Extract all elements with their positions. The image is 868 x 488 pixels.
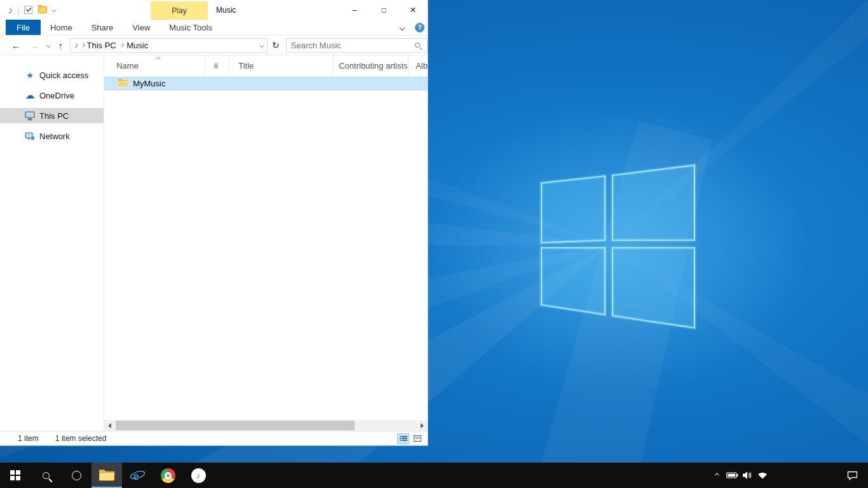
taskbar: e ♪ bbox=[0, 463, 868, 488]
internet-explorer-icon: e bbox=[129, 467, 146, 484]
file-row-mymusic[interactable]: MyMusic bbox=[104, 77, 428, 90]
sidebar-item-onedrive[interactable]: ☁ OneDrive bbox=[0, 88, 104, 103]
navigation-buttons: ← → ↑ bbox=[0, 41, 63, 50]
maximize-button[interactable]: □ bbox=[369, 0, 398, 20]
tab-view[interactable]: View bbox=[123, 20, 159, 35]
internet-explorer-button[interactable]: e bbox=[122, 463, 153, 488]
wifi-icon[interactable] bbox=[755, 463, 770, 488]
chrome-button[interactable] bbox=[153, 463, 183, 488]
contextual-tab-badge: Play bbox=[151, 1, 208, 20]
action-center-button[interactable] bbox=[836, 463, 868, 488]
cortana-icon bbox=[72, 471, 81, 480]
contextual-tab-label: Play bbox=[172, 6, 186, 15]
help-button[interactable]: ? bbox=[415, 23, 424, 32]
item-count: 1 item bbox=[18, 434, 39, 443]
music-note-icon: ♪ bbox=[8, 5, 13, 15]
window-title: Music bbox=[216, 0, 236, 20]
title-bar: ♪ | Play Music – □ × bbox=[0, 0, 428, 20]
minimize-button[interactable]: – bbox=[340, 0, 369, 20]
qat-dropdown-icon[interactable] bbox=[52, 8, 56, 11]
start-button[interactable] bbox=[0, 463, 31, 488]
search-input[interactable] bbox=[291, 41, 415, 50]
column-header-title[interactable]: Title bbox=[229, 55, 334, 74]
search-box bbox=[286, 38, 428, 53]
address-dropdown-icon[interactable] bbox=[260, 43, 264, 47]
ribbon-right-buttons: ? bbox=[397, 20, 424, 36]
selection-count: 1 item selected bbox=[55, 434, 107, 443]
sidebar-item-network[interactable]: Network bbox=[0, 128, 104, 144]
tab-music-tools[interactable]: Music Tools bbox=[159, 20, 222, 35]
itunes-icon: ♪ bbox=[191, 468, 206, 483]
details-view-button[interactable] bbox=[397, 433, 409, 444]
desktop: ♪ | Play Music – □ × File Home bbox=[0, 0, 868, 463]
column-header-album[interactable]: Alb bbox=[409, 55, 428, 74]
svg-text:e: e bbox=[133, 469, 139, 482]
sort-ascending-icon bbox=[156, 57, 160, 61]
properties-icon[interactable] bbox=[24, 6, 32, 14]
chrome-icon bbox=[161, 468, 175, 483]
status-bar: 1 item 1 item selected bbox=[0, 431, 428, 445]
qat-separator: | bbox=[18, 6, 20, 15]
itunes-button[interactable]: ♪ bbox=[183, 463, 214, 488]
tab-file[interactable]: File bbox=[6, 20, 41, 35]
breadcrumb-this-pc[interactable]: This PC bbox=[85, 41, 119, 50]
taskbar-search-button[interactable] bbox=[31, 463, 61, 488]
breadcrumb-chevron-icon[interactable] bbox=[119, 43, 123, 47]
scrollbar-thumb[interactable] bbox=[116, 421, 355, 430]
column-headers: Name # Title Contributing artists Alb bbox=[104, 55, 428, 74]
volume-icon[interactable] bbox=[740, 463, 755, 488]
up-button[interactable]: ↑ bbox=[58, 41, 64, 50]
windows-logo-icon bbox=[10, 470, 20, 480]
network-icon bbox=[24, 132, 36, 140]
address-bar[interactable]: ♪ This PC Music bbox=[70, 38, 268, 53]
sidebar-item-quick-access[interactable]: ★ Quick access bbox=[0, 67, 104, 83]
file-explorer-icon bbox=[98, 468, 115, 482]
recent-locations-dropdown-icon[interactable] bbox=[46, 43, 50, 47]
action-center-icon bbox=[847, 471, 858, 480]
tab-share[interactable]: Share bbox=[82, 20, 123, 35]
tab-home[interactable]: Home bbox=[41, 20, 82, 35]
close-button[interactable]: × bbox=[398, 0, 428, 20]
breadcrumb-music[interactable]: Music bbox=[124, 41, 151, 50]
sidebar-item-this-pc[interactable]: This PC bbox=[0, 108, 104, 123]
details-view-icon bbox=[400, 435, 407, 442]
forward-button[interactable]: → bbox=[29, 41, 39, 50]
main-area: ★ Quick access ☁ OneDrive This bbox=[0, 55, 428, 431]
column-header-number[interactable]: # bbox=[205, 55, 229, 74]
horizontal-scrollbar[interactable] bbox=[104, 420, 428, 431]
ribbon-tabs: File Home Share View Music Tools bbox=[0, 20, 428, 36]
back-button[interactable]: ← bbox=[11, 41, 21, 50]
onedrive-cloud-icon: ☁ bbox=[25, 90, 35, 101]
file-rows: MyMusic bbox=[104, 74, 428, 90]
search-icon bbox=[43, 472, 50, 479]
address-row: ← → ↑ ♪ This PC Music ↻ bbox=[0, 36, 428, 55]
new-folder-icon[interactable] bbox=[38, 6, 47, 13]
ribbon-expand-button[interactable] bbox=[397, 23, 407, 33]
scroll-right-icon[interactable] bbox=[417, 423, 428, 428]
column-header-contributing-artists[interactable]: Contributing artists bbox=[334, 55, 409, 74]
battery-icon[interactable] bbox=[724, 463, 740, 488]
cortana-button[interactable] bbox=[61, 463, 92, 488]
chevron-down-icon bbox=[400, 25, 405, 30]
address-music-icon: ♪ bbox=[74, 41, 78, 50]
window-controls: – □ × bbox=[340, 0, 428, 20]
file-explorer-window: ♪ | Play Music – □ × File Home bbox=[0, 0, 428, 446]
folder-icon bbox=[118, 78, 128, 89]
column-header-name[interactable]: Name bbox=[104, 55, 205, 74]
file-list-area: Name # Title Contributing artists Alb bbox=[104, 55, 428, 431]
scroll-left-icon[interactable] bbox=[104, 423, 115, 428]
search-icon[interactable] bbox=[415, 43, 420, 48]
thumbnails-view-button[interactable] bbox=[411, 433, 423, 444]
navigation-pane: ★ Quick access ☁ OneDrive This bbox=[0, 55, 104, 431]
refresh-button[interactable]: ↻ bbox=[271, 40, 281, 50]
view-toggles bbox=[397, 433, 423, 444]
file-name: MyMusic bbox=[133, 79, 165, 88]
quick-access-toolbar bbox=[24, 6, 56, 14]
file-explorer-taskbar-button[interactable] bbox=[92, 463, 122, 488]
windows-logo bbox=[541, 165, 695, 328]
hidden-icons-button[interactable] bbox=[709, 463, 724, 488]
thumbnails-view-icon bbox=[414, 435, 421, 442]
chevron-up-icon bbox=[715, 473, 719, 477]
system-tray bbox=[709, 463, 868, 488]
quick-access-star-icon: ★ bbox=[26, 71, 34, 80]
